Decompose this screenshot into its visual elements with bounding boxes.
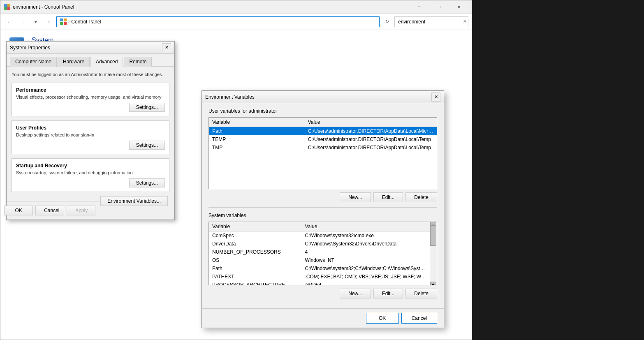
- table-row[interactable]: ComSpec C:\Windows\system32\cmd.exe: [209, 231, 430, 240]
- sys-var-proc-arch-value: AMD64: [302, 281, 430, 285]
- ok-button[interactable]: OK: [4, 206, 33, 215]
- table-row[interactable]: Path C:\Windows\system32;C:\Windows;C:\W…: [209, 264, 430, 273]
- table-row[interactable]: DriverData C:\Windows\System32\Drivers\D…: [209, 240, 430, 248]
- system-vars-delete-button[interactable]: Delete: [405, 289, 437, 298]
- svg-rect-1: [7, 4, 10, 7]
- refresh-button[interactable]: ↻: [381, 16, 393, 28]
- cancel-button[interactable]: Cancel: [35, 206, 64, 215]
- sys-props-close-button[interactable]: ✕: [162, 43, 171, 52]
- env-dialog-footer: OK Cancel: [202, 308, 444, 328]
- table-row[interactable]: TMP C:\Users\administrator.DIRECTOR\AppD…: [209, 143, 437, 152]
- startup-recovery-desc: System startup, system failure, and debu…: [16, 170, 165, 175]
- user-vars-edit-button[interactable]: Edit...: [373, 192, 403, 202]
- admin-notice: You must be logged on as an Administrato…: [12, 72, 169, 78]
- table-row[interactable]: NUMBER_OF_PROCESSORS 4: [209, 248, 430, 256]
- sys-var-comspec: ComSpec: [209, 231, 302, 240]
- system-vars-title: System variables: [208, 213, 437, 218]
- dropdown-button[interactable]: ▼: [30, 16, 42, 28]
- up-button[interactable]: ↑: [43, 16, 55, 28]
- system-vars-edit-button[interactable]: Edit...: [373, 289, 403, 298]
- sys-var-comspec-value: C:\Windows\system32\cmd.exe: [302, 231, 430, 240]
- system-vars-scroll[interactable]: Variable Value ComSpec C:\Windows\system…: [209, 222, 437, 285]
- user-vars-new-button[interactable]: New...: [340, 192, 371, 202]
- performance-desc: Visual effects, processor scheduling, me…: [16, 95, 165, 99]
- startup-recovery-title: Startup and Recovery: [16, 163, 165, 169]
- address-path[interactable]: › Control Panel: [56, 16, 380, 27]
- search-clear-icon[interactable]: ✕: [463, 19, 467, 24]
- user-profiles-settings-button[interactable]: Settings...: [129, 141, 165, 150]
- tab-hardware[interactable]: Hardware: [58, 57, 90, 67]
- env-ok-button[interactable]: OK: [366, 313, 399, 324]
- search-input[interactable]: [394, 16, 468, 27]
- scroll-up-arrow[interactable]: ▲: [430, 222, 436, 225]
- env-dialog-close-button[interactable]: ✕: [431, 93, 440, 102]
- svg-rect-3: [7, 7, 10, 10]
- environment-variables-button[interactable]: Environment Variables...: [100, 196, 168, 206]
- system-vars-new-button[interactable]: New...: [340, 289, 371, 298]
- environment-variables-dialog: Environment Variables ✕ User variables f…: [202, 90, 444, 328]
- forward-button[interactable]: →: [17, 16, 28, 28]
- sys-props-footer: OK Cancel Apply: [7, 201, 100, 220]
- user-var-path-value: C:\Users\administrator.DIRECTOR\AppData\…: [305, 127, 437, 136]
- table-row[interactable]: Path C:\Users\administrator.DIRECTOR\App…: [209, 127, 437, 136]
- sys-props-titlebar: System Properties ✕: [7, 42, 174, 54]
- user-profiles-desc: Desktop settings related to your sign-in: [16, 132, 165, 137]
- sys-var-path: Path: [209, 264, 302, 273]
- scroll-down-arrow[interactable]: ▼: [430, 282, 436, 285]
- scroll-thumb[interactable]: [430, 225, 436, 246]
- breadcrumb-item[interactable]: Control Panel: [71, 19, 101, 25]
- sys-var-pathext-value: .COM;.EXE;.BAT;.CMD;.VBS;.VBE;JS;.JSE;.W…: [302, 273, 430, 281]
- sys-var-path-value: C:\Windows\system32;C:\Windows;C:\Window…: [302, 264, 430, 273]
- env-dialog-titlebar: Environment Variables ✕: [202, 91, 444, 103]
- performance-settings-button[interactable]: Settings...: [129, 103, 165, 112]
- startup-recovery-section: Startup and Recovery System startup, sys…: [12, 158, 169, 192]
- user-var-tmp-variable: TMP: [209, 143, 305, 152]
- svg-rect-4: [60, 19, 63, 21]
- system-properties-dialog: System Properties ✕ Computer Name Hardwa…: [6, 41, 175, 220]
- close-button[interactable]: ✕: [449, 0, 468, 14]
- svg-rect-0: [4, 4, 7, 7]
- maximize-button[interactable]: □: [430, 0, 449, 14]
- table-row[interactable]: PATHEXT .COM;.EXE;.BAT;.CMD;.VBS;.VBE;JS…: [209, 273, 430, 281]
- address-bar: ← → ▼ ↑ › Control Panel ↻ ✕: [0, 14, 472, 30]
- table-row[interactable]: PROCESSOR_ARCHITECTURE AMD64: [209, 281, 430, 285]
- minimize-button[interactable]: −: [410, 0, 429, 14]
- scrollbar-track[interactable]: ▲ ▼: [430, 222, 437, 285]
- system-vars-table: Variable Value ComSpec C:\Windows\system…: [209, 222, 430, 285]
- user-vars-table-container[interactable]: Variable Value Path C:\Users\administrat…: [208, 117, 437, 189]
- user-vars-delete-button[interactable]: Delete: [405, 192, 437, 202]
- svg-rect-7: [64, 22, 67, 25]
- performance-title: Performance: [16, 87, 165, 93]
- sys-var-col-variable: Variable: [209, 222, 302, 231]
- sys-var-driverdata: DriverData: [209, 240, 302, 248]
- table-row[interactable]: TEMP C:\Users\administrator.DIRECTOR\App…: [209, 135, 437, 143]
- sys-var-pathext: PATHEXT: [209, 273, 302, 281]
- sys-var-driverdata-value: C:\Windows\System32\Drivers\DriverData: [302, 240, 430, 248]
- path-icon: [60, 19, 68, 25]
- table-row[interactable]: OS Windows_NT: [209, 256, 430, 264]
- env-cancel-button[interactable]: Cancel: [401, 313, 437, 324]
- startup-recovery-settings-button[interactable]: Settings...: [129, 178, 165, 187]
- sys-props-title: System Properties: [10, 45, 162, 51]
- user-var-tmp-value: C:\Users\administrator.DIRECTOR\AppData\…: [305, 143, 437, 152]
- system-vars-container: Variable Value ComSpec C:\Windows\system…: [208, 222, 437, 285]
- user-vars-title: User variables for administrator: [208, 108, 437, 114]
- back-button[interactable]: ←: [4, 16, 15, 28]
- tab-remote[interactable]: Remote: [124, 57, 152, 67]
- env-dialog-body: User variables for administrator Variabl…: [202, 103, 444, 308]
- tab-computer-name[interactable]: Computer Name: [10, 57, 57, 67]
- control-panel-icon: [4, 4, 10, 10]
- sys-var-numproc-value: 4: [302, 248, 430, 256]
- search-wrapper: ✕: [394, 16, 468, 27]
- sys-var-os-value: Windows_NT: [302, 256, 430, 264]
- sys-var-proc-arch: PROCESSOR_ARCHITECTURE: [209, 281, 302, 285]
- performance-section: Performance Visual effects, processor sc…: [12, 83, 169, 116]
- user-vars-table: Variable Value Path C:\Users\administrat…: [209, 118, 437, 152]
- env-dialog-title: Environment Variables: [205, 94, 431, 100]
- tab-advanced[interactable]: Advanced: [90, 57, 123, 67]
- user-var-temp-variable: TEMP: [209, 135, 305, 143]
- apply-button[interactable]: Apply: [67, 206, 95, 215]
- sys-props-tabs: Computer Name Hardware Advanced Remote: [7, 54, 174, 67]
- sys-var-col-value: Value: [302, 222, 430, 231]
- titlebar-title: environment - Control Panel: [13, 4, 410, 10]
